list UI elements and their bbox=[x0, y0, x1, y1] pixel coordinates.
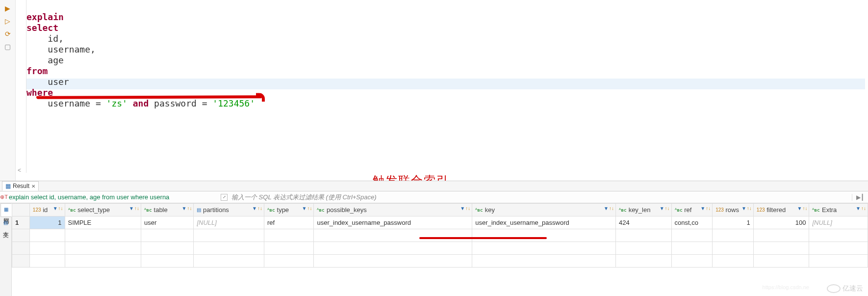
tab-label: Result bbox=[13, 183, 29, 189]
rownum-cell: 1 bbox=[12, 216, 30, 229]
editor-gutter bbox=[16, 0, 26, 173]
filter-sort-icon[interactable]: ▼↑↓ bbox=[604, 206, 614, 211]
empty-cell bbox=[29, 229, 65, 242]
empty-cell bbox=[809, 229, 868, 242]
type-icon: 123 bbox=[33, 207, 41, 213]
empty-cell bbox=[314, 242, 472, 255]
filter-sort-icon[interactable]: ▼↑↓ bbox=[129, 206, 139, 211]
filter-sort-icon[interactable]: ▼↑↓ bbox=[252, 206, 262, 211]
empty-cell bbox=[753, 255, 809, 268]
side-tabs: ▦ 网格 ▤ 文本 bbox=[0, 203, 12, 296]
col-key_len[interactable]: ᴬʙᴄ key_len▼↑↓ bbox=[616, 204, 672, 216]
close-icon[interactable]: ✕ bbox=[31, 184, 35, 189]
col-select_type[interactable]: ᴬʙᴄ select_type▼↑↓ bbox=[65, 204, 141, 216]
cell-select_type[interactable]: SIMPLE bbox=[65, 216, 141, 229]
empty-cell bbox=[264, 255, 314, 268]
empty-cell bbox=[141, 255, 194, 268]
window-icon[interactable]: ▢ bbox=[3, 42, 13, 52]
watermark: 亿速云 bbox=[827, 284, 863, 293]
cell-rows[interactable]: 1 bbox=[713, 216, 754, 229]
empty-cell bbox=[472, 229, 616, 242]
empty-cell bbox=[29, 242, 65, 255]
col-filtered[interactable]: 123 filtered▼↑↓ bbox=[753, 204, 809, 216]
scroll-left-icon[interactable]: < bbox=[16, 167, 23, 174]
empty-cell bbox=[141, 229, 194, 242]
filter-sort-icon[interactable]: ▼↑↓ bbox=[700, 206, 711, 211]
col-ref[interactable]: ᴬʙᴄ ref▼↑↓ bbox=[671, 204, 713, 216]
play-step-icon[interactable]: ▷ bbox=[3, 16, 13, 26]
filter-sort-icon[interactable]: ▼↑↓ bbox=[302, 206, 312, 211]
cell-id[interactable]: 1 bbox=[29, 216, 65, 229]
col-possible_keys[interactable]: ᴬʙᴄ possible_keys▼↑↓ bbox=[314, 204, 472, 216]
empty-cell bbox=[809, 255, 868, 268]
empty-cell bbox=[314, 229, 472, 242]
cell-key_len[interactable]: 424 bbox=[616, 216, 672, 229]
result-tabbar: ▦ Result ✕ bbox=[0, 181, 868, 191]
cell-key[interactable]: user_index_username_password bbox=[472, 216, 616, 229]
filter-input[interactable]: 输入一个 SQL 表达式来过滤结果 (使用 Ctrl+Space) bbox=[230, 193, 852, 202]
empty-cell bbox=[809, 242, 868, 255]
col-key[interactable]: ᴬʙᴄ key▼↑↓ bbox=[472, 204, 616, 216]
side-tab-text[interactable]: ▤ 文本 bbox=[0, 217, 11, 230]
cell-type[interactable]: ref bbox=[264, 216, 314, 229]
col-label: type bbox=[277, 206, 289, 214]
filter-sort-icon[interactable]: ▼↑↓ bbox=[797, 206, 807, 211]
expand-icon[interactable]: ⤢ bbox=[221, 194, 228, 201]
rownum-cell bbox=[12, 229, 30, 242]
col-rows[interactable]: 123 rows▼↑↓ bbox=[713, 204, 754, 216]
type-icon: ▤ bbox=[197, 207, 201, 213]
empty-cell bbox=[713, 229, 754, 242]
key-underline-annotation bbox=[419, 237, 547, 239]
col-label: key bbox=[485, 206, 495, 214]
col-partitions[interactable]: ▤ partitions▼↑↓ bbox=[194, 204, 264, 216]
cell-ref[interactable]: const,co bbox=[671, 216, 713, 229]
cell-partitions[interactable]: [NULL] bbox=[194, 216, 264, 229]
result-grid[interactable]: 123 id▼↑↓ᴬʙᴄ select_type▼↑↓ᴬʙᴄ table▼↑↓▤… bbox=[12, 203, 868, 296]
filter-sort-icon[interactable]: ▼↑↓ bbox=[856, 206, 866, 211]
col-type[interactable]: ᴬʙᴄ type▼↑↓ bbox=[264, 204, 314, 216]
empty-cell bbox=[671, 255, 713, 268]
empty-cell bbox=[472, 255, 616, 268]
tab-result[interactable]: ▦ Result ✕ bbox=[2, 181, 39, 191]
refresh-icon[interactable]: ⟳ bbox=[3, 29, 13, 39]
play-icon[interactable]: ▶ bbox=[3, 3, 13, 13]
table-row bbox=[12, 255, 868, 268]
col-label: filtered bbox=[766, 206, 786, 214]
empty-cell bbox=[616, 242, 672, 255]
type-icon: 123 bbox=[715, 207, 724, 213]
type-icon: ᴬʙᴄ bbox=[475, 207, 483, 213]
empty-cell bbox=[65, 229, 141, 242]
cell-possible_keys[interactable]: user_index_username_password bbox=[314, 216, 472, 229]
filter-row: ⊕T explain select id, username, age from… bbox=[0, 191, 868, 203]
watermark-brand: 亿速云 bbox=[842, 284, 863, 293]
empty-cell bbox=[671, 242, 713, 255]
query-preview[interactable]: explain select id, username, age from us… bbox=[8, 193, 219, 201]
side-tab-grid[interactable]: ▦ 网格 bbox=[0, 203, 12, 217]
filter-sort-icon[interactable]: ▼↑↓ bbox=[460, 206, 470, 211]
col-id[interactable]: 123 id▼↑↓ bbox=[29, 204, 65, 216]
filter-sort-icon[interactable]: ▼↑↓ bbox=[660, 206, 670, 211]
filter-sort-icon[interactable]: ▼↑↓ bbox=[741, 206, 752, 211]
col-table[interactable]: ᴬʙᴄ table▼↑↓ bbox=[141, 204, 194, 216]
filter-sort-icon[interactable]: ▼↑↓ bbox=[182, 206, 192, 211]
col-label: id bbox=[43, 206, 48, 214]
cell-Extra[interactable]: [NULL] bbox=[809, 216, 868, 229]
empty-cell bbox=[753, 229, 809, 242]
cell-filtered[interactable]: 100 bbox=[753, 216, 809, 229]
empty-cell bbox=[194, 242, 264, 255]
type-icon: ᴬʙᴄ bbox=[68, 207, 76, 213]
cell-table[interactable]: user bbox=[141, 216, 194, 229]
table-row[interactable]: 11SIMPLEuser[NULL]refuser_index_username… bbox=[12, 216, 868, 229]
type-icon: ᴬʙᴄ bbox=[619, 207, 627, 213]
sql-editor[interactable]: explain select id, username, age from us… bbox=[16, 0, 868, 173]
type-icon: 123 bbox=[757, 207, 765, 213]
empty-cell bbox=[65, 242, 141, 255]
empty-cell bbox=[141, 242, 194, 255]
empty-cell bbox=[264, 229, 314, 242]
filter-sort-icon[interactable]: ▼↑↓ bbox=[53, 206, 63, 211]
col-Extra[interactable]: ᴬʙᴄ Extra▼↑↓ bbox=[809, 204, 868, 216]
filter-run-icon[interactable]: ▶┃ bbox=[852, 194, 868, 201]
rownum-cell bbox=[12, 242, 30, 255]
sql-marker-icon: ⊕T bbox=[0, 194, 8, 200]
sql-code[interactable]: explain select id, username, age from us… bbox=[26, 12, 865, 109]
